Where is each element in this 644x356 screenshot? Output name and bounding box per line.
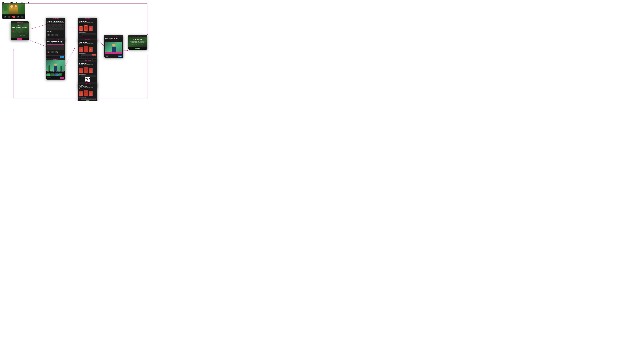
preview-subtitle: review your masterpiece before sending i… [105, 40, 122, 42]
angpao-3-money-label: Insert some money [79, 74, 96, 75]
preview-back-button[interactable]: Back [105, 56, 109, 57]
angpao-card-2-1[interactable]: ✦ [79, 47, 83, 52]
video-call-screen: 🎤 📷 💬 ⋯ [2, 3, 25, 19]
say-modal-2-textarea-highlighted[interactable] [47, 44, 64, 50]
take-photo-back-button[interactable]: Back [47, 77, 51, 79]
svg-rect-15 [88, 80, 89, 80]
angpao-2-design-label: Select angpao design [79, 44, 96, 45]
angpao-2-designs: ✦ ✦ ✦ [79, 46, 96, 52]
vc-btn-cam[interactable]: 📷 [8, 16, 10, 18]
sent-footer: Set up [128, 47, 147, 50]
angpao-4-money-row: $$ [79, 98, 96, 100]
angpao-card-3-1[interactable]: ✦ [79, 68, 83, 73]
svg-rect-17 [87, 80, 88, 80]
sent-setup-button[interactable]: Set up [135, 48, 140, 49]
hello-heading: Thanks for coming to our wedding! [12, 27, 28, 28]
say-modal-1-chinese: 百年好合 [47, 31, 64, 33]
angpao-1-title: Add Angpao [79, 21, 96, 22]
angpao-3-content: Add Angpao Add a token of good luck for … [78, 62, 97, 85]
preview-modal: Send Greeting Preview your message revie… [104, 35, 123, 58]
angpao-4-designs: ✦ ✦ ✦ [79, 90, 96, 96]
svg-rect-18 [88, 80, 88, 81]
take-photo-bg [46, 60, 65, 71]
angpao-2-money-input[interactable] [80, 54, 92, 56]
preview-name-bar: Dexter [105, 52, 122, 54]
hello-body: We're so glad you could make it to witne… [12, 29, 28, 35]
vc-btn-chat[interactable]: 💬 [17, 16, 19, 18]
angpao-3-money-input[interactable] [80, 75, 96, 77]
vc-btn-end[interactable] [12, 16, 15, 18]
preview-header: Send Greeting [105, 36, 122, 37]
angpao-1-money-label: Insert some money [79, 32, 96, 33]
svg-rect-22 [89, 81, 90, 81]
angpao-3-title: Add Angpao [79, 63, 96, 64]
attach-video-icon[interactable]: 🎥 [51, 34, 54, 36]
preview-title: Preview your message [105, 38, 122, 40]
svg-rect-2 [86, 78, 86, 79]
vc-btn-mic[interactable]: 🎤 [4, 16, 6, 18]
angpao-4-header: Send Greeting [79, 83, 96, 84]
hello-modal-header: Send Greeting [12, 22, 28, 23]
angpao-card-2-2[interactable]: ✦ [84, 46, 88, 52]
angpao-1-subtitle: Add a token of good luck for Li Hui and … [79, 22, 96, 23]
angpao-2-paynow-label: In collaboration with [79, 57, 85, 57]
angpao-card-3-3[interactable]: ✦ [89, 68, 92, 73]
say-modal-1-header: Send Greeting [47, 18, 64, 19]
angpao-2-content: Add Angpao Add a token of good luck for … [78, 40, 97, 59]
payment-success-check: ✓ [86, 100, 90, 101]
angpao-card-3[interactable]: ✦ [89, 26, 92, 31]
angpao-4-money-label: Insert some money [79, 97, 96, 98]
say-modal-2-back-button[interactable]: Back [47, 56, 51, 58]
vc-toolbar: 🎤 📷 💬 ⋯ [2, 15, 25, 19]
take-photo-next-button[interactable]: Next [60, 77, 64, 79]
svg-rect-10 [87, 78, 88, 78]
vc-btn-more[interactable]: ⋯ [21, 16, 24, 18]
angpao-3-subtitle: Add a token of good luck for Li Hui and … [79, 64, 96, 65]
angpao-4-design-label: Select angpao design [79, 88, 96, 89]
say-modal-2-attachments: 🖼 🎥 📎 [47, 51, 64, 53]
angpao-card-4-1[interactable]: ✦ [79, 91, 83, 96]
angpao-2-paynow-btn[interactable]: Pay Now [92, 54, 96, 56]
sent-header: Send Greeting [129, 36, 146, 37]
angpao-4-money-input[interactable] [80, 98, 96, 100]
angpao-1-money-input[interactable] [80, 33, 96, 35]
svg-rect-14 [88, 79, 88, 80]
angpao-1-header: Send Greeting [79, 18, 96, 19]
attach-image-icon-2[interactable]: 🖼 [47, 51, 50, 53]
preview-send-button[interactable]: Send! [118, 56, 122, 57]
video-call-background [2, 4, 25, 15]
hello-text: Hello! [12, 25, 28, 27]
angpao-card-1[interactable]: ✦ [79, 26, 83, 31]
angpao-3-money-row: $$ [79, 75, 96, 77]
photo-thumb-3[interactable] [54, 73, 58, 76]
angpao-1-currency: $$ [79, 34, 80, 34]
say-modal-2-next-button[interactable]: Next [60, 56, 64, 58]
attach-file-icon[interactable]: 📎 [55, 34, 58, 36]
angpao-1-content: Add Angpao Add a token of good luck for … [78, 20, 97, 39]
svg-rect-11 [88, 78, 88, 79]
angpao-card-2-3[interactable]: ✦ [89, 47, 92, 52]
angpao-card-4-3[interactable]: ✦ [89, 91, 92, 96]
photo-thumb-1[interactable] [46, 73, 50, 76]
say-modal-1-attachments: 🖼 🎥 📎 [47, 34, 64, 36]
say-modal-2-footer: Back Next [46, 55, 65, 58]
angpao-modal-2: Send Greeting Add Angpao Add a token of … [78, 39, 97, 62]
angpao-card-2[interactable]: ✦ [84, 25, 88, 31]
attach-file-icon-2[interactable]: 📎 [55, 51, 58, 53]
hello-letsgo-button[interactable]: Let's go! [17, 38, 22, 40]
attach-video-icon-2[interactable]: 🎥 [51, 51, 54, 53]
angpao-modal-1: Send Greeting Add Angpao Add a token of … [78, 18, 97, 42]
angpao-card-4-2[interactable]: ✦ [84, 90, 88, 96]
photo-thumb-4[interactable] [58, 73, 62, 76]
photo-thumb-2[interactable] [50, 73, 54, 76]
angpao-2-subtitle: Add a token of good luck for Li Hui and … [79, 43, 96, 44]
angpao-card-3-2[interactable]: ✦ [84, 67, 88, 73]
say-modal-1-textarea[interactable]: I am so glad that you guys are getting m… [47, 24, 64, 30]
angpao-2-money-row: $$ Pay Now [79, 54, 96, 56]
angpao-modal-4: Send Greeting Add Angpao Add a token of … [78, 82, 97, 101]
hello-modal: Send Greeting Hello! Thanks for coming t… [10, 21, 29, 40]
attach-image-icon[interactable]: 🖼 [47, 34, 50, 36]
hello-modal-content: Hello! Thanks for coming to our wedding!… [10, 23, 29, 38]
preview-photo-bg [105, 42, 122, 52]
angpao-4-content: Add Angpao Add a token of good luck for … [78, 84, 97, 101]
